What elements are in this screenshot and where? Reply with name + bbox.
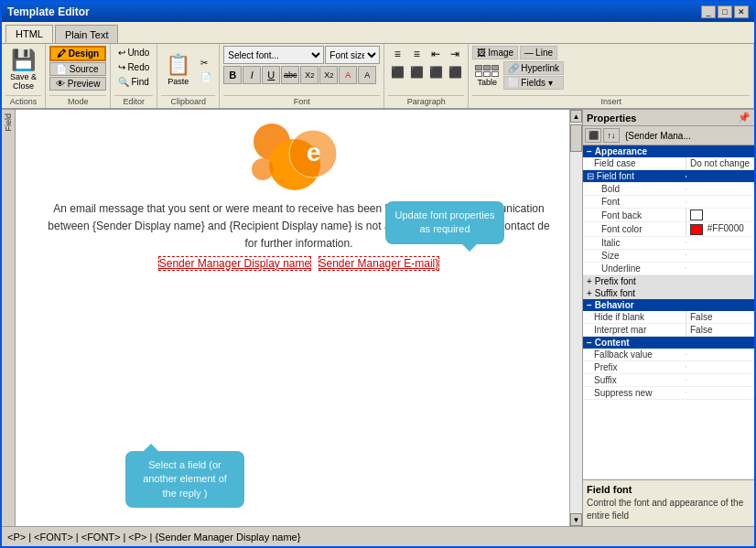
- scroll-thumb[interactable]: [570, 124, 582, 152]
- ribbon-group-mode: 🖍 Design 📄 Source 👁 Preview Mode: [46, 44, 111, 108]
- behavior-section-header[interactable]: Behavior: [583, 299, 754, 311]
- strikethrough-button[interactable]: abc: [281, 66, 299, 84]
- editor-area[interactable]: e An email message that you sent or were…: [16, 110, 582, 526]
- size-label: Size: [583, 250, 686, 262]
- prop-sort-category-button[interactable]: ↑↓: [603, 128, 620, 143]
- prop-size: Size: [583, 250, 754, 263]
- field-case-value: Do not change: [686, 157, 754, 169]
- sender-manager-email-field[interactable]: Sender Manager E-mail}: [319, 256, 440, 271]
- italic-label: Italic: [583, 237, 686, 249]
- font-back-color-box: [690, 210, 703, 220]
- prop-suppress-new: Suppress new: [583, 387, 754, 400]
- save-close-button[interactable]: 💾 Save &Close: [5, 46, 41, 93]
- suppress-new-value: [686, 392, 754, 393]
- align-right-button[interactable]: ⬛: [427, 64, 445, 81]
- italic-button[interactable]: I: [243, 66, 261, 84]
- prop-sort-alpha-button[interactable]: ⬛: [585, 128, 601, 143]
- align-left-button[interactable]: ⬛: [388, 64, 406, 81]
- copy-button[interactable]: 📄: [197, 70, 215, 84]
- indent-less-button[interactable]: ⇤: [427, 46, 445, 62]
- bold-button[interactable]: B: [223, 66, 242, 84]
- close-button[interactable]: ✕: [734, 5, 749, 18]
- fallback-value: [686, 353, 754, 355]
- prefix-label: Prefix: [583, 361, 686, 373]
- status-p2: <P>: [128, 532, 146, 543]
- status-p1: <P>: [7, 532, 26, 543]
- indent-more-button[interactable]: ⇥: [446, 46, 464, 62]
- actions-label: Actions: [5, 95, 41, 106]
- hyperlink-icon: 🔗: [508, 63, 519, 73]
- prop-bold: Bold: [583, 183, 754, 196]
- minimize-button[interactable]: _: [701, 5, 716, 18]
- font-select[interactable]: Select font...: [223, 46, 324, 64]
- suffix-value: [686, 379, 754, 381]
- image-button[interactable]: 🖼 Image: [472, 46, 518, 59]
- status-font1: <FONT>: [34, 532, 73, 543]
- find-button[interactable]: 🔍 Find: [114, 75, 153, 89]
- scroll-track: [570, 123, 582, 513]
- bold-value: [686, 188, 754, 190]
- align-center-button[interactable]: ⬛: [407, 64, 426, 81]
- para-row-1: ≡ ≡ ⇤ ⇥: [388, 46, 464, 62]
- tab-plain-text[interactable]: Plain Text: [55, 25, 119, 43]
- table-button[interactable]: Table: [472, 62, 502, 90]
- paste-icon: 📋: [166, 53, 190, 77]
- svg-point-2: [252, 158, 274, 180]
- align-justify-button[interactable]: ⬛: [446, 64, 464, 81]
- field-font-label: ⊟ Field font: [583, 170, 686, 182]
- preview-button[interactable]: 👁 Preview: [49, 77, 106, 91]
- prop-bottom-title: Field font: [587, 484, 751, 495]
- format-buttons-row: B I U abc X2 X2 A A: [223, 66, 376, 84]
- field-line: Sender Manager Display name Sender Manag…: [25, 257, 573, 270]
- font-size-select[interactable]: Font size...: [325, 46, 380, 64]
- editor-scrollbar[interactable]: ▲ ▼: [569, 110, 582, 526]
- logo-area: e: [25, 119, 573, 197]
- font-value: [686, 201, 754, 203]
- list-unordered-button[interactable]: ≡: [388, 46, 406, 62]
- line-button[interactable]: — Line: [520, 46, 557, 59]
- prop-suffix: Suffix: [583, 374, 754, 387]
- paste-button[interactable]: 📋 Paste: [161, 50, 195, 89]
- superscript-button[interactable]: X2: [319, 66, 338, 84]
- image-icon: 🖼: [477, 48, 486, 58]
- undo-button[interactable]: ↩ Undo: [114, 46, 153, 59]
- svg-text:e: e: [307, 138, 321, 167]
- cut-button[interactable]: ✂: [197, 56, 215, 70]
- scroll-up-button[interactable]: ▲: [570, 110, 582, 123]
- font-label-prop: Font: [583, 196, 686, 208]
- ribbon-group-actions: 💾 Save &Close Actions: [2, 44, 46, 108]
- fields-button[interactable]: ⬜ Fields ▾: [503, 76, 564, 90]
- insert-content: 🖼 Image — Line Table: [472, 46, 750, 93]
- hyperlink-fields-col: 🔗 Hyperlink ⬜ Fields ▾: [503, 61, 564, 90]
- font-selects-row: Select font... Font size...: [223, 46, 380, 64]
- prop-prefix: Prefix: [583, 361, 754, 374]
- sender-manager-display-name-field[interactable]: Sender Manager Display name: [158, 256, 311, 271]
- subscript-button[interactable]: X2: [300, 66, 319, 84]
- prefix-font-section[interactable]: Prefix font: [583, 275, 754, 287]
- hyperlink-button[interactable]: 🔗 Hyperlink: [503, 61, 564, 75]
- font-highlight-button[interactable]: A: [358, 66, 376, 84]
- appearance-section-header[interactable]: Appearance: [583, 145, 754, 157]
- font-back-value: [686, 209, 754, 221]
- status-font2: <FONT>: [81, 532, 121, 543]
- tab-html[interactable]: HTML: [5, 25, 53, 43]
- ribbon-group-clipboard: 📋 Paste ✂ 📄 Clipboard: [157, 44, 220, 108]
- paragraph-label: Paragraph: [388, 95, 464, 106]
- source-button[interactable]: 📄 Source: [49, 62, 106, 76]
- scroll-down-button[interactable]: ▼: [570, 513, 582, 526]
- suffix-font-section[interactable]: Suffix font: [583, 287, 754, 299]
- prop-field-font[interactable]: ⊟ Field font: [583, 170, 754, 183]
- editor-content: ↩ Undo ↪ Redo 🔍 Find: [114, 46, 153, 93]
- insert-row-1: 🖼 Image — Line: [472, 46, 557, 59]
- design-button[interactable]: 🖍 Design: [49, 46, 106, 61]
- underline-button[interactable]: U: [262, 66, 280, 84]
- redo-button[interactable]: ↪ Redo: [114, 60, 153, 74]
- hide-blank-value: False: [686, 311, 754, 323]
- maximize-button[interactable]: □: [718, 5, 732, 18]
- tooltip-update-font: Update font properties as required: [385, 201, 504, 244]
- content-section-header[interactable]: Content: [583, 337, 754, 349]
- interpret-mar-label: Interpret mar: [583, 324, 686, 336]
- font-color-button[interactable]: A: [339, 66, 357, 84]
- font-content: Select font... Font size... B I U abc X2…: [223, 46, 380, 93]
- list-ordered-button[interactable]: ≡: [407, 46, 426, 62]
